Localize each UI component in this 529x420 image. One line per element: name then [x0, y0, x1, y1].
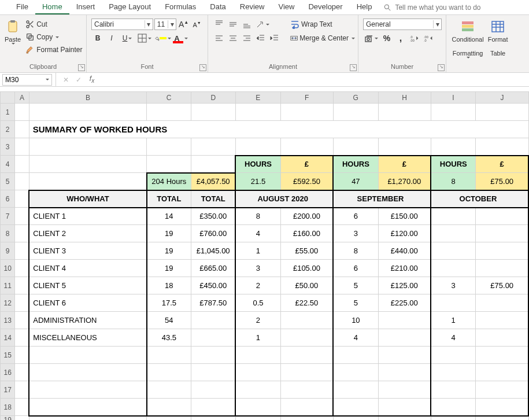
font-dialog-launcher[interactable]: ↘	[199, 64, 206, 71]
increase-decimal-icon: .0.00	[410, 34, 419, 43]
tab-view[interactable]: View	[271, 0, 301, 14]
format-as-table-button[interactable]: FormatTable	[486, 17, 510, 57]
paste-icon	[6, 20, 20, 34]
font-size-combo[interactable]: 11▾	[154, 19, 176, 30]
decrease-font-button[interactable]: A▼	[191, 19, 203, 30]
underline-button[interactable]: U	[119, 32, 135, 44]
italic-button[interactable]: I	[105, 32, 118, 44]
ribbon-tab-bar: File Home Insert Page Layout Formulas Da…	[0, 0, 529, 15]
decrease-indent-icon	[256, 34, 265, 43]
tab-formulas[interactable]: Formulas	[158, 0, 203, 14]
search-icon	[383, 3, 391, 12]
svg-rect-3	[10, 20, 15, 23]
svg-rect-56	[462, 21, 473, 24]
tab-file[interactable]: File	[9, 0, 35, 14]
percent-button[interactable]: %	[380, 32, 393, 44]
svg-point-5	[27, 25, 29, 28]
orientation-icon	[256, 20, 265, 29]
align-top-icon	[214, 20, 224, 29]
increase-decimal-button[interactable]: .0.00	[408, 32, 421, 44]
borders-icon	[138, 34, 147, 43]
tab-insert[interactable]: Insert	[69, 0, 102, 14]
accounting-format-button[interactable]	[363, 32, 379, 44]
align-left-button[interactable]	[213, 32, 225, 44]
clipboard-dialog-launcher[interactable]: ↘	[78, 64, 85, 71]
svg-rect-47	[365, 37, 371, 42]
scissors-icon	[25, 20, 35, 29]
increase-indent-icon	[270, 34, 279, 43]
ribbon: Paste Cut Copy Format Painter Clipboard …	[0, 15, 529, 73]
svg-marker-42	[293, 26, 294, 29]
table-icon	[491, 20, 505, 34]
group-font: Calibri▾ 11▾ A▲ A▼ B I U A Font ↘	[87, 15, 208, 72]
group-label-number: Number	[363, 63, 441, 71]
number-dialog-launcher[interactable]: ↘	[438, 64, 445, 71]
tab-page-layout[interactable]: Page Layout	[102, 0, 158, 14]
font-name-combo[interactable]: Calibri▾	[91, 19, 153, 30]
svg-line-1	[389, 8, 391, 10]
orientation-button[interactable]	[254, 19, 271, 30]
conditional-formatting-icon	[461, 20, 475, 34]
svg-rect-59	[492, 21, 504, 32]
align-bottom-icon	[242, 20, 251, 29]
accounting-icon	[364, 34, 373, 43]
copy-button[interactable]: Copy	[23, 31, 84, 43]
merge-center-button[interactable]: Merge & Center	[288, 32, 357, 44]
svg-marker-52	[416, 36, 418, 40]
align-top-button[interactable]	[213, 19, 225, 30]
decrease-decimal-icon: .00.0	[424, 34, 433, 43]
tab-help[interactable]: Help	[350, 0, 379, 14]
svg-marker-55	[430, 36, 432, 40]
tab-review[interactable]: Review	[233, 0, 272, 14]
group-label-font: Font	[91, 63, 203, 71]
tab-data[interactable]: Data	[203, 0, 232, 14]
bold-button[interactable]: B	[91, 32, 104, 44]
svg-line-8	[29, 23, 31, 24]
formula-input[interactable]	[98, 76, 529, 84]
alignment-dialog-launcher[interactable]: ↘	[350, 64, 357, 71]
font-color-button[interactable]: A	[172, 32, 190, 44]
group-alignment: Wrap Text Merge & Center Alignment ↘	[208, 15, 358, 72]
align-bottom-button[interactable]	[241, 19, 253, 30]
cancel-formula-button[interactable]: ✕	[60, 76, 72, 84]
tell-me-placeholder: Tell me what you want to do	[395, 3, 480, 12]
decrease-decimal-button[interactable]: .00.0	[422, 32, 435, 44]
fill-color-button[interactable]	[154, 32, 171, 44]
conditional-formatting-button[interactable]: ConditionalFormatting	[451, 17, 484, 58]
svg-point-0	[385, 5, 389, 9]
tab-home[interactable]: Home	[35, 0, 69, 14]
align-right-icon	[242, 34, 251, 43]
align-center-icon	[228, 34, 238, 43]
borders-button[interactable]	[136, 32, 153, 44]
svg-rect-2	[9, 21, 17, 32]
svg-marker-45	[291, 37, 293, 39]
svg-line-7	[31, 25, 34, 28]
align-center-button[interactable]	[227, 32, 239, 44]
merge-icon	[290, 34, 298, 43]
tell-me-search[interactable]: Tell me what you want to do	[383, 3, 480, 12]
tab-developer[interactable]: Developer	[301, 0, 349, 14]
cut-button[interactable]: Cut	[23, 19, 84, 30]
comma-button[interactable]: ,	[394, 32, 407, 44]
align-right-button[interactable]	[241, 32, 253, 44]
name-box[interactable]	[2, 74, 52, 86]
insert-function-button[interactable]: fx	[85, 75, 98, 84]
format-painter-button[interactable]: Format Painter	[23, 44, 84, 56]
group-clipboard: Paste Cut Copy Format Painter Clipboard …	[0, 15, 87, 72]
wrap-text-button[interactable]: Wrap Text	[288, 19, 357, 30]
paste-button[interactable]: Paste	[5, 17, 21, 45]
group-label-clipboard: Clipboard	[5, 63, 82, 71]
svg-text:.00: .00	[410, 39, 415, 42]
increase-font-button[interactable]: A▲	[177, 19, 190, 30]
group-number: General▾ % , .0.00 .00.0 Number ↘	[358, 15, 446, 72]
name-box-input[interactable]	[3, 76, 38, 84]
align-middle-button[interactable]	[227, 19, 239, 30]
increase-indent-button[interactable]	[268, 32, 281, 44]
enter-formula-button[interactable]: ✓	[72, 76, 85, 84]
bucket-icon	[154, 34, 160, 43]
group-label-alignment: Alignment	[213, 63, 353, 71]
svg-point-48	[367, 38, 369, 40]
number-format-combo[interactable]: General▾	[363, 19, 442, 30]
align-left-icon	[214, 34, 224, 43]
decrease-indent-button[interactable]	[254, 32, 267, 44]
